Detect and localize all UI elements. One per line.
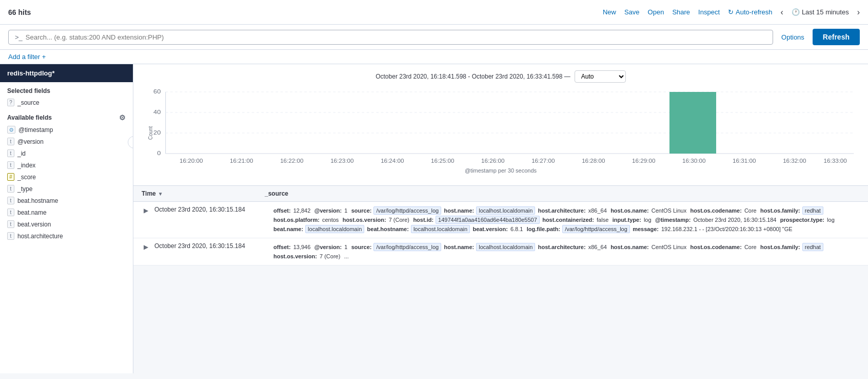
table-row: ▶ October 23rd 2020, 16:30:15.184 offset… (133, 202, 868, 238)
svg-text:60: 60 (153, 88, 161, 95)
svg-text:16:29:00: 16:29:00 (632, 158, 655, 164)
table-header: Time ▼ _source (133, 186, 868, 202)
svg-text:16:28:00: 16:28:00 (582, 158, 605, 164)
histogram-chart: 0 20 40 60 (142, 87, 860, 164)
source-column-header: _source (265, 190, 860, 197)
svg-text:16:24:00: 16:24:00 (381, 158, 404, 164)
field-name: host.architecture (17, 233, 63, 240)
field-name: @version (17, 138, 44, 145)
open-button[interactable]: Open (648, 8, 664, 16)
row-header: ▶ October 23rd 2020, 16:30:15.184 offset… (133, 238, 868, 265)
search-input-wrap: >_ (8, 30, 773, 45)
field-name: beat.version (17, 221, 51, 228)
field-type-badge: t (7, 185, 14, 193)
main-content: October 23rd 2020, 16:18:41.598 - Octobe… (133, 64, 868, 373)
chart-wrap: Count 0 20 40 60 (142, 87, 860, 179)
top-bar: 66 hits New Save Open Share Inspect ↻ Au… (0, 0, 868, 25)
time-column-header[interactable]: Time ▼ (142, 190, 265, 197)
chart-header: October 23rd 2020, 16:18:41.598 - Octobe… (142, 70, 860, 83)
svg-text:40: 40 (153, 109, 161, 116)
chart-area: October 23rd 2020, 16:18:41.598 - Octobe… (133, 64, 868, 186)
clock-icon: 🕐 (792, 8, 800, 16)
new-button[interactable]: New (603, 8, 616, 16)
field-name: _type (17, 185, 32, 193)
field-beat-hostname[interactable]: t beat.hostname (0, 195, 133, 206)
field-name: _id (17, 150, 26, 157)
field-name: _source (17, 99, 40, 106)
field-type-badge: t (7, 161, 14, 169)
field-score[interactable]: # _score (0, 171, 133, 183)
selected-fields-label: Selected fields (0, 82, 133, 97)
search-prompt: >_ (15, 33, 23, 41)
prev-time-button[interactable]: ‹ (781, 8, 783, 17)
filter-bar: Add a filter + (0, 50, 868, 64)
available-fields-label: Available fields ⚙ (0, 108, 133, 124)
field-type-badge: # (7, 173, 14, 181)
row-source: offset: 13,946 @version: 1 source:/var/l… (273, 242, 860, 261)
refresh-button[interactable]: Refresh (813, 29, 860, 45)
field-index[interactable]: t _index (0, 159, 133, 171)
expand-row-button[interactable]: ▶ (142, 242, 150, 252)
svg-text:16:26:00: 16:26:00 (481, 158, 504, 164)
hits-count: 66 hits (8, 8, 31, 16)
row-time: October 23rd 2020, 16:30:15.184 (154, 206, 269, 213)
next-time-button[interactable]: › (857, 8, 860, 17)
svg-text:16:31:00: 16:31:00 (733, 158, 756, 164)
field-timestamp[interactable]: ⊙ @timestamp (0, 124, 133, 136)
expand-row-button[interactable]: ▶ (142, 206, 150, 215)
field-type-badge: ? (7, 99, 14, 106)
auto-refresh-button[interactable]: ↻ Auto-refresh (728, 8, 773, 16)
table-row: ▶ October 23rd 2020, 16:30:15.184 offset… (133, 238, 868, 266)
field-version[interactable]: t @version (0, 136, 133, 147)
field-name: @timestamp (18, 126, 53, 134)
time-range: 🕐 Last 15 minutes (792, 8, 849, 16)
svg-text:16:30:00: 16:30:00 (682, 158, 705, 164)
svg-text:16:33:00: 16:33:00 (823, 158, 846, 164)
field-type-badge: t (7, 232, 14, 240)
sort-icon: ▼ (158, 191, 163, 197)
field-beat-name[interactable]: t beat.name (0, 206, 133, 218)
field-source[interactable]: ? _source (0, 97, 133, 108)
sidebar: redis-httpdlog* ‹ Selected fields ? _sou… (0, 64, 133, 373)
svg-text:16:32:00: 16:32:00 (783, 158, 806, 164)
field-name: _index (17, 162, 35, 169)
chart-time-range: October 23rd 2020, 16:18:41.598 - Octobe… (376, 73, 570, 80)
svg-text:16:22:00: 16:22:00 (280, 158, 303, 164)
auto-refresh-label: Auto-refresh (736, 8, 773, 16)
interval-select[interactable]: Auto 5 seconds 30 seconds 1 minute (575, 70, 626, 83)
row-header: ▶ October 23rd 2020, 16:30:15.184 offset… (133, 202, 868, 238)
top-bar-right: New Save Open Share Inspect ↻ Auto-refre… (603, 8, 860, 17)
refresh-icon: ↻ (728, 8, 734, 16)
field-name: beat.hostname (17, 197, 58, 204)
gear-icon[interactable]: ⚙ (119, 113, 126, 122)
index-name[interactable]: redis-httpdlog* (0, 64, 133, 82)
search-bar: >_ Options Refresh (0, 25, 868, 50)
row-time: October 23rd 2020, 16:30:15.184 (154, 242, 269, 250)
search-input[interactable] (26, 33, 766, 41)
field-name: beat.name (17, 209, 47, 216)
results-table: Time ▼ _source ▶ October 23rd 2020, 16:3… (133, 186, 868, 266)
save-button[interactable]: Save (624, 8, 640, 16)
field-type-badge: t (7, 138, 14, 145)
svg-text:16:23:00: 16:23:00 (330, 158, 353, 164)
options-button[interactable]: Options (777, 30, 808, 44)
svg-text:16:21:00: 16:21:00 (230, 158, 253, 164)
svg-text:16:25:00: 16:25:00 (431, 158, 454, 164)
field-host-architecture[interactable]: t host.architecture (0, 230, 133, 242)
svg-rect-19 (669, 92, 716, 154)
share-button[interactable]: Share (672, 8, 690, 16)
field-type-field[interactable]: t _type (0, 183, 133, 195)
field-beat-version[interactable]: t beat.version (0, 218, 133, 230)
svg-text:16:20:00: 16:20:00 (180, 158, 203, 164)
field-type-badge: t (7, 197, 14, 204)
field-type-badge: t (7, 149, 14, 157)
svg-text:16:27:00: 16:27:00 (531, 158, 555, 164)
add-filter-button[interactable]: Add a filter + (8, 53, 46, 61)
field-type-badge: ⊙ (7, 126, 15, 134)
time-range-label: Last 15 minutes (802, 8, 849, 16)
field-id[interactable]: t _id (0, 147, 133, 159)
svg-text:20: 20 (153, 129, 161, 136)
inspect-button[interactable]: Inspect (698, 8, 720, 16)
field-type-badge: t (7, 220, 14, 228)
field-type-badge: t (7, 209, 14, 216)
